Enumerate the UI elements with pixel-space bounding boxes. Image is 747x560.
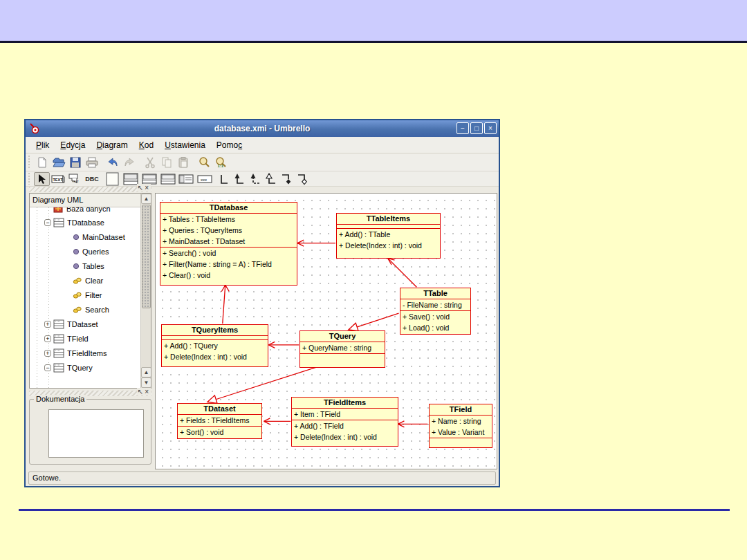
scroll-up-button-2[interactable]: ▲ bbox=[141, 367, 151, 377]
new-document-button[interactable] bbox=[34, 155, 50, 170]
tree-scrollbar[interactable]: ▲ ▲ ▼ bbox=[140, 194, 151, 388]
documentation-textarea[interactable] bbox=[48, 409, 144, 458]
uml-class-ttableitems[interactable]: TTableItems + Add() : TTable + Delete(In… bbox=[336, 213, 441, 259]
entity-tool-button[interactable] bbox=[158, 172, 177, 186]
menu-diagram[interactable]: Diagram bbox=[91, 138, 132, 152]
text-tool-button[interactable]: TEXT bbox=[50, 172, 66, 186]
menu-ustawienia[interactable]: Ustawienia bbox=[160, 138, 210, 152]
documentation-label: Dokumentacja bbox=[34, 395, 86, 403]
relation-tfield-tfielditems[interactable] bbox=[398, 421, 427, 427]
svg-text:1:1: 1:1 bbox=[218, 164, 224, 168]
print-button[interactable] bbox=[84, 155, 100, 170]
tree-item-tfield[interactable]: + TField bbox=[30, 331, 140, 346]
maximize-button[interactable]: □ bbox=[470, 122, 483, 134]
scrollbar-thumb[interactable] bbox=[142, 205, 151, 308]
tree-item-baza-danych[interactable]: Baza danych bbox=[30, 207, 140, 215]
toolbar-grip[interactable] bbox=[28, 156, 31, 169]
tree-dock-handle[interactable]: ↖× bbox=[29, 187, 151, 192]
relation-ttableitems-tdatabase[interactable] bbox=[297, 240, 335, 246]
tree-item-tfielditems[interactable]: + TFieldItems bbox=[30, 346, 140, 360]
tree-body: Baza danych − TDatabase MainDataset Quer… bbox=[30, 207, 140, 388]
menu-pomoc[interactable]: Pomoc bbox=[212, 138, 247, 152]
composition-tool-button[interactable] bbox=[278, 172, 294, 186]
uml-class-ttable[interactable]: TTable - FileName : string + Save() : vo… bbox=[400, 288, 471, 335]
redo-icon bbox=[122, 156, 136, 169]
open-folder-icon bbox=[52, 156, 66, 169]
uml-class-tfield[interactable]: TField + Name : string + Value : Variant bbox=[429, 404, 492, 448]
paste-button[interactable] bbox=[175, 155, 192, 170]
slide-top-band bbox=[0, 0, 747, 43]
toolbar-grip[interactable] bbox=[28, 173, 31, 185]
zoom-actual-button[interactable]: 1:1 bbox=[212, 155, 229, 170]
tree-item-tdataset[interactable]: + TDataset bbox=[30, 317, 140, 331]
menu-plik[interactable]: Plik bbox=[31, 138, 54, 152]
attribute-icon bbox=[73, 263, 80, 270]
note-tool-icon: TEXT bbox=[68, 173, 80, 185]
undo-icon bbox=[106, 156, 120, 169]
tree-header[interactable]: Diagramy UML bbox=[30, 194, 151, 207]
tree-item-search[interactable]: Search bbox=[30, 302, 140, 317]
attribute-icon bbox=[73, 234, 80, 241]
dependency-icon bbox=[248, 173, 261, 185]
svg-text:xxx: xxx bbox=[201, 177, 207, 181]
minimize-button[interactable]: − bbox=[456, 122, 469, 134]
aggregation-tool-button[interactable] bbox=[294, 172, 310, 186]
uml-class-tdatabase[interactable]: TDatabase + Tables : TTableItems + Queri… bbox=[160, 202, 297, 286]
menu-edycja[interactable]: Edycja bbox=[55, 138, 90, 152]
titlebar[interactable]: database.xmi - Umbrello − □ × bbox=[26, 120, 499, 137]
uni-association-icon bbox=[232, 173, 245, 185]
zoom-actual-icon: 1:1 bbox=[214, 156, 227, 169]
redo-button[interactable] bbox=[121, 155, 138, 170]
tree-item-maindataset[interactable]: MainDataset bbox=[30, 230, 140, 244]
zoom-search-button[interactable] bbox=[196, 155, 212, 170]
svg-text:TEXT: TEXT bbox=[53, 177, 63, 181]
label-tool-button[interactable]: xxx bbox=[195, 172, 214, 186]
copy-icon bbox=[160, 156, 173, 169]
state-tool-button[interactable] bbox=[177, 172, 195, 186]
statusbar: Gotowe. bbox=[28, 472, 496, 485]
state-icon bbox=[178, 174, 194, 184]
dependency-tool-button[interactable] bbox=[246, 172, 262, 186]
datatype-tool-button[interactable]: DBC bbox=[82, 172, 102, 186]
tree-item-tquery[interactable]: − TQuery bbox=[30, 360, 140, 375]
relation-ttable-ttableitems[interactable] bbox=[388, 259, 417, 288]
close-button[interactable]: × bbox=[484, 122, 497, 134]
paste-icon bbox=[177, 156, 190, 169]
relation-tquery-tqueryitems[interactable] bbox=[268, 342, 299, 348]
tree-item-filter[interactable]: Filter bbox=[30, 288, 140, 302]
relation-tqueryitems-tdatabase[interactable] bbox=[221, 285, 229, 324]
tree-item-tdatabase[interactable]: − TDatabase bbox=[30, 215, 140, 230]
uml-class-tdataset[interactable]: TDataset + Fields : TFieldItems + Sort()… bbox=[177, 403, 262, 439]
uni-association-tool-button[interactable] bbox=[230, 172, 246, 186]
slide: { "colors": { "slide_bg": "#FFFFC8", "to… bbox=[0, 0, 747, 560]
documentation-group: Dokumentacja bbox=[29, 399, 151, 465]
uml-tree-panel: Diagramy UML Baza danych − TDatabase Mai… bbox=[29, 193, 151, 389]
aggregation-icon bbox=[296, 173, 308, 185]
scroll-down-button[interactable]: ▼ bbox=[141, 377, 151, 388]
tree-item-clear[interactable]: Clear bbox=[30, 273, 140, 288]
copy-button[interactable] bbox=[158, 155, 175, 170]
save-button[interactable] bbox=[67, 155, 84, 170]
uml-class-tqueryitems[interactable]: TQueryItems + Add() : TQuery + Delete(In… bbox=[161, 324, 268, 367]
box-tool-button[interactable] bbox=[102, 172, 121, 186]
tree-item-queries[interactable]: Queries bbox=[30, 244, 140, 259]
uml-class-tfielditems[interactable]: TFieldItems + Item : TField + Add() : TF… bbox=[291, 397, 398, 447]
relation-ttable-tquery[interactable] bbox=[349, 313, 399, 330]
note-tool-button[interactable]: TEXT bbox=[66, 172, 82, 186]
table-icon bbox=[142, 174, 157, 185]
tree-item-tables[interactable]: Tables bbox=[30, 259, 140, 273]
umbrello-window: database.xmi - Umbrello − □ × Plik Edycj… bbox=[24, 119, 500, 487]
open-button[interactable] bbox=[50, 155, 67, 170]
undo-button[interactable] bbox=[104, 155, 121, 170]
class-icon bbox=[123, 173, 138, 185]
relation-tfielditems-tdataset[interactable] bbox=[264, 418, 290, 424]
select-arrow-button[interactable] bbox=[34, 172, 50, 186]
cut-button[interactable] bbox=[142, 155, 158, 170]
operation-icon bbox=[73, 306, 82, 313]
menu-kod[interactable]: Kod bbox=[134, 138, 158, 152]
association-tool-button[interactable] bbox=[214, 172, 230, 186]
uml-class-tquery[interactable]: TQuery + QueryName : string bbox=[299, 330, 385, 368]
diagram-canvas[interactable]: TDatabase + Tables : TTableItems + Queri… bbox=[155, 193, 497, 469]
generalization-tool-button[interactable] bbox=[262, 172, 278, 186]
scroll-up-button[interactable]: ▲ bbox=[141, 194, 151, 204]
